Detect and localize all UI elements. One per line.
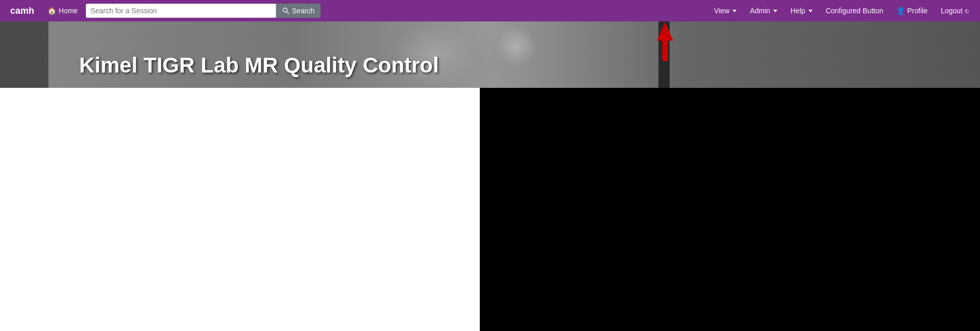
home-button[interactable]: 🏠 Home	[42, 5, 83, 17]
hero-left-dark-panel	[0, 21, 48, 88]
help-menu-button[interactable]: Help	[785, 5, 819, 17]
search-input[interactable]	[86, 4, 276, 18]
search-form: Search	[86, 4, 321, 18]
red-arrow-annotation	[652, 22, 678, 63]
help-caret-icon	[808, 10, 813, 12]
nav-right: View Admin Help Configured Button 👤 Prof…	[708, 5, 975, 17]
admin-caret-icon	[773, 10, 777, 12]
person-icon: 👤	[896, 7, 905, 15]
search-button-label: Search	[292, 7, 314, 15]
svg-marker-2	[657, 22, 673, 61]
view-menu-button[interactable]: View	[708, 5, 743, 17]
main-content	[0, 88, 980, 331]
configured-button[interactable]: Configured Button	[820, 5, 890, 17]
home-label: Home	[59, 7, 78, 15]
hero-banner: Kimel TIGR Lab MR Quality Control	[0, 21, 980, 88]
profile-button[interactable]: 👤 Profile	[890, 5, 934, 17]
search-icon	[282, 7, 289, 14]
view-label: View	[714, 7, 729, 15]
logout-icon: ⎋	[965, 7, 969, 15]
profile-label: Profile	[907, 7, 927, 15]
svg-point-0	[283, 8, 287, 12]
logout-label: Logout	[941, 7, 963, 15]
svg-line-1	[287, 12, 289, 14]
home-icon: 🏠	[47, 7, 56, 15]
hero-title: Kimel TIGR Lab MR Quality Control	[79, 53, 439, 78]
configured-button-label: Configured Button	[826, 7, 884, 15]
admin-menu-button[interactable]: Admin	[744, 5, 783, 17]
search-button[interactable]: Search	[276, 4, 321, 18]
navbar: camh 🏠 Home Search View Admin Help C	[0, 0, 980, 21]
content-right	[480, 88, 980, 331]
help-label: Help	[791, 7, 805, 15]
view-caret-icon	[732, 10, 737, 12]
content-left	[0, 88, 480, 331]
admin-label: Admin	[750, 7, 770, 15]
logout-button[interactable]: Logout ⎋	[935, 5, 975, 17]
brand-logo[interactable]: camh	[5, 6, 39, 16]
